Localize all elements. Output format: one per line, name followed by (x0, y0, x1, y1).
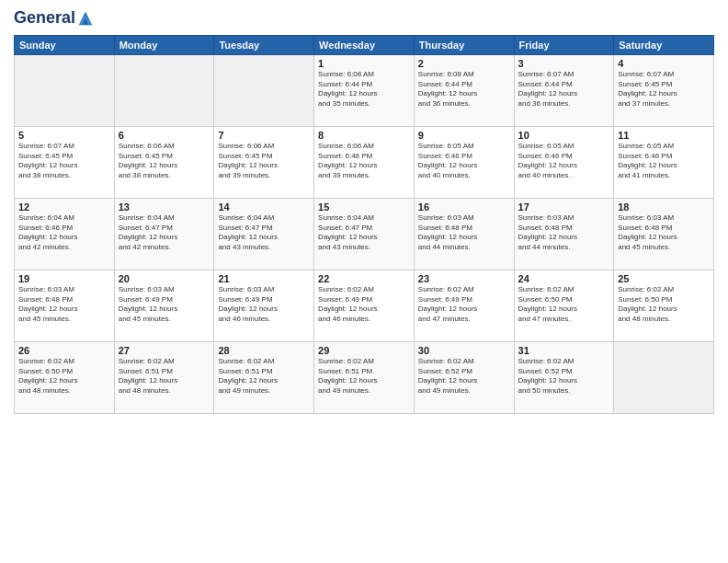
day-number: 8 (318, 130, 410, 141)
calendar-cell: 20Sunrise: 6:03 AM Sunset: 6:49 PM Dayli… (114, 270, 214, 341)
day-info: Sunrise: 6:07 AM Sunset: 6:44 PM Dayligh… (518, 70, 610, 109)
logo-text: General (14, 9, 75, 28)
day-number: 14 (218, 201, 310, 213)
day-info: Sunrise: 6:02 AM Sunset: 6:52 PM Dayligh… (518, 357, 610, 396)
day-number: 4 (618, 58, 710, 69)
day-number: 24 (518, 273, 610, 284)
calendar-week-5: 26Sunrise: 6:02 AM Sunset: 6:50 PM Dayli… (15, 341, 714, 413)
day-info: Sunrise: 6:07 AM Sunset: 6:45 PM Dayligh… (618, 70, 710, 109)
calendar-cell: 15Sunrise: 6:04 AM Sunset: 6:47 PM Dayli… (314, 198, 415, 270)
day-info: Sunrise: 6:04 AM Sunset: 6:47 PM Dayligh… (318, 213, 410, 253)
day-info: Sunrise: 6:02 AM Sunset: 6:50 PM Dayligh… (18, 357, 110, 396)
day-number: 10 (518, 130, 610, 141)
day-info: Sunrise: 6:02 AM Sunset: 6:49 PM Dayligh… (318, 285, 410, 325)
calendar-cell: 16Sunrise: 6:03 AM Sunset: 6:48 PM Dayli… (414, 198, 514, 270)
calendar-cell: 6Sunrise: 6:06 AM Sunset: 6:45 PM Daylig… (114, 126, 214, 198)
calendar-cell: 18Sunrise: 6:03 AM Sunset: 6:48 PM Dayli… (614, 198, 714, 270)
day-info: Sunrise: 6:02 AM Sunset: 6:49 PM Dayligh… (418, 285, 510, 325)
day-info: Sunrise: 6:02 AM Sunset: 6:52 PM Dayligh… (418, 357, 510, 396)
day-info: Sunrise: 6:05 AM Sunset: 6:46 PM Dayligh… (418, 142, 510, 181)
day-number: 16 (418, 201, 510, 213)
calendar-cell: 9Sunrise: 6:05 AM Sunset: 6:46 PM Daylig… (414, 126, 514, 198)
calendar-cell (15, 54, 115, 126)
calendar-cell: 8Sunrise: 6:06 AM Sunset: 6:46 PM Daylig… (314, 126, 415, 198)
calendar-cell: 27Sunrise: 6:02 AM Sunset: 6:51 PM Dayli… (114, 341, 214, 413)
calendar-cell: 10Sunrise: 6:05 AM Sunset: 6:46 PM Dayli… (514, 126, 614, 198)
day-number: 17 (518, 201, 610, 213)
day-number: 5 (18, 130, 110, 141)
calendar-cell: 2Sunrise: 6:08 AM Sunset: 6:44 PM Daylig… (414, 54, 514, 126)
day-number: 15 (318, 201, 410, 213)
day-info: Sunrise: 6:03 AM Sunset: 6:48 PM Dayligh… (618, 213, 710, 253)
day-number: 27 (119, 345, 210, 356)
day-info: Sunrise: 6:06 AM Sunset: 6:45 PM Dayligh… (119, 142, 210, 181)
calendar-cell: 19Sunrise: 6:03 AM Sunset: 6:48 PM Dayli… (15, 270, 115, 341)
day-number: 29 (318, 345, 410, 356)
day-number: 20 (119, 273, 210, 284)
day-number: 30 (418, 345, 510, 356)
day-header-saturday: Saturday (614, 35, 714, 54)
calendar-cell: 31Sunrise: 6:02 AM Sunset: 6:52 PM Dayli… (514, 341, 614, 413)
day-info: Sunrise: 6:05 AM Sunset: 6:46 PM Dayligh… (618, 142, 710, 181)
calendar-table: SundayMondayTuesdayWednesdayThursdayFrid… (14, 35, 714, 414)
calendar-cell: 25Sunrise: 6:02 AM Sunset: 6:50 PM Dayli… (614, 270, 714, 341)
day-number: 19 (18, 273, 110, 284)
calendar-cell: 4Sunrise: 6:07 AM Sunset: 6:45 PM Daylig… (614, 54, 714, 126)
logo: General (14, 9, 94, 28)
day-number: 23 (418, 273, 510, 284)
calendar-week-1: 1Sunrise: 6:08 AM Sunset: 6:44 PM Daylig… (15, 54, 714, 126)
calendar-week-4: 19Sunrise: 6:03 AM Sunset: 6:48 PM Dayli… (15, 270, 714, 341)
day-header-sunday: Sunday (15, 35, 115, 54)
day-number: 1 (318, 58, 410, 69)
day-number: 25 (618, 273, 710, 284)
calendar-cell: 21Sunrise: 6:03 AM Sunset: 6:49 PM Dayli… (214, 270, 314, 341)
calendar-header-row: SundayMondayTuesdayWednesdayThursdayFrid… (15, 35, 714, 54)
calendar-cell: 12Sunrise: 6:04 AM Sunset: 6:46 PM Dayli… (15, 198, 115, 270)
calendar-week-3: 12Sunrise: 6:04 AM Sunset: 6:46 PM Dayli… (15, 198, 714, 270)
calendar-cell: 29Sunrise: 6:02 AM Sunset: 6:51 PM Dayli… (314, 341, 415, 413)
day-info: Sunrise: 6:04 AM Sunset: 6:46 PM Dayligh… (18, 213, 110, 253)
day-header-monday: Monday (114, 35, 214, 54)
day-number: 12 (18, 201, 110, 213)
day-info: Sunrise: 6:02 AM Sunset: 6:50 PM Dayligh… (618, 285, 710, 325)
calendar-cell (114, 54, 214, 126)
calendar-cell: 28Sunrise: 6:02 AM Sunset: 6:51 PM Dayli… (214, 341, 314, 413)
day-number: 22 (318, 273, 410, 284)
day-number: 7 (218, 130, 310, 141)
calendar-cell: 23Sunrise: 6:02 AM Sunset: 6:49 PM Dayli… (414, 270, 514, 341)
calendar-cell: 14Sunrise: 6:04 AM Sunset: 6:47 PM Dayli… (214, 198, 314, 270)
day-info: Sunrise: 6:03 AM Sunset: 6:49 PM Dayligh… (119, 285, 210, 325)
day-info: Sunrise: 6:04 AM Sunset: 6:47 PM Dayligh… (119, 213, 210, 253)
day-number: 18 (618, 201, 710, 213)
day-number: 26 (18, 345, 110, 356)
calendar-cell: 26Sunrise: 6:02 AM Sunset: 6:50 PM Dayli… (15, 341, 115, 413)
day-info: Sunrise: 6:03 AM Sunset: 6:48 PM Dayligh… (518, 213, 610, 253)
day-info: Sunrise: 6:03 AM Sunset: 6:48 PM Dayligh… (18, 285, 110, 325)
day-info: Sunrise: 6:02 AM Sunset: 6:51 PM Dayligh… (119, 357, 210, 396)
calendar-cell: 22Sunrise: 6:02 AM Sunset: 6:49 PM Dayli… (314, 270, 415, 341)
calendar-cell: 11Sunrise: 6:05 AM Sunset: 6:46 PM Dayli… (614, 126, 714, 198)
calendar-cell: 7Sunrise: 6:06 AM Sunset: 6:45 PM Daylig… (214, 126, 314, 198)
day-number: 3 (518, 58, 610, 69)
day-info: Sunrise: 6:03 AM Sunset: 6:48 PM Dayligh… (418, 213, 510, 253)
calendar-cell: 5Sunrise: 6:07 AM Sunset: 6:45 PM Daylig… (15, 126, 115, 198)
day-info: Sunrise: 6:02 AM Sunset: 6:50 PM Dayligh… (518, 285, 610, 325)
calendar-cell: 17Sunrise: 6:03 AM Sunset: 6:48 PM Dayli… (514, 198, 614, 270)
calendar-cell (214, 54, 314, 126)
calendar-week-2: 5Sunrise: 6:07 AM Sunset: 6:45 PM Daylig… (15, 126, 714, 198)
day-number: 31 (518, 345, 610, 356)
day-info: Sunrise: 6:02 AM Sunset: 6:51 PM Dayligh… (218, 357, 310, 396)
day-info: Sunrise: 6:06 AM Sunset: 6:45 PM Dayligh… (218, 142, 310, 181)
day-info: Sunrise: 6:02 AM Sunset: 6:51 PM Dayligh… (318, 357, 410, 396)
calendar-cell (614, 341, 714, 413)
day-info: Sunrise: 6:05 AM Sunset: 6:46 PM Dayligh… (518, 142, 610, 181)
day-number: 13 (119, 201, 210, 213)
calendar-cell: 3Sunrise: 6:07 AM Sunset: 6:44 PM Daylig… (514, 54, 614, 126)
day-number: 28 (218, 345, 310, 356)
calendar-cell: 24Sunrise: 6:02 AM Sunset: 6:50 PM Dayli… (514, 270, 614, 341)
day-number: 21 (218, 273, 310, 284)
calendar-cell: 13Sunrise: 6:04 AM Sunset: 6:47 PM Dayli… (114, 198, 214, 270)
calendar-cell: 1Sunrise: 6:08 AM Sunset: 6:44 PM Daylig… (314, 54, 415, 126)
day-info: Sunrise: 6:06 AM Sunset: 6:46 PM Dayligh… (318, 142, 410, 181)
day-number: 2 (418, 58, 510, 69)
